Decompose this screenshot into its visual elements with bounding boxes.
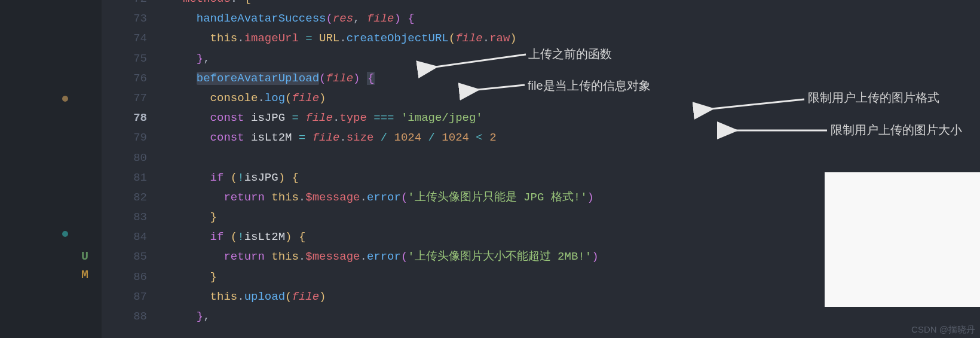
code-line[interactable]: const isLt2M = file.size / 1024 / 1024 <…: [161, 128, 980, 148]
modification-dot-icon: [62, 96, 68, 102]
line-number: 83: [102, 208, 147, 227]
line-number: 73: [102, 9, 147, 29]
overlay-panel: [825, 172, 980, 307]
line-number: 78: [102, 108, 147, 128]
line-number: 75: [102, 49, 147, 69]
line-number: 72: [102, 0, 147, 9]
line-number: 87: [102, 287, 147, 307]
line-number: 84: [102, 227, 147, 247]
line-number: 74: [102, 29, 147, 48]
code-line[interactable]: console.log(file): [161, 89, 980, 108]
vcs-status-icon: U: [81, 249, 88, 263]
line-number: 88: [102, 307, 147, 327]
line-number: 81: [102, 168, 147, 188]
vcs-status-icon: M: [81, 268, 88, 282]
line-number: 85: [102, 247, 147, 267]
line-number-gutter: 7273747576777879808182838485868788: [102, 0, 161, 338]
code-line[interactable]: methods: {: [161, 0, 980, 9]
code-line[interactable]: handleAvatarSuccess(res, file) {: [161, 9, 980, 29]
code-line[interactable]: this.imageUrl = URL.createObjectURL(file…: [161, 29, 980, 48]
line-number: 86: [102, 267, 147, 287]
line-number: 82: [102, 188, 147, 208]
code-line[interactable]: },: [161, 49, 980, 69]
code-line[interactable]: const isJPG = file.type === 'image/jpeg': [161, 108, 980, 128]
watermark: CSDN @揣晓丹: [911, 324, 975, 336]
modification-dot-icon: [62, 231, 68, 237]
line-number: 79: [102, 128, 147, 148]
line-number: 80: [102, 148, 147, 168]
code-line[interactable]: },: [161, 307, 980, 327]
line-number: 76: [102, 69, 147, 89]
code-line[interactable]: [161, 148, 980, 168]
line-number: 77: [102, 89, 147, 108]
code-line[interactable]: beforeAvatarUpload(file) {: [161, 69, 980, 89]
activity-sidebar: UM: [0, 0, 102, 338]
